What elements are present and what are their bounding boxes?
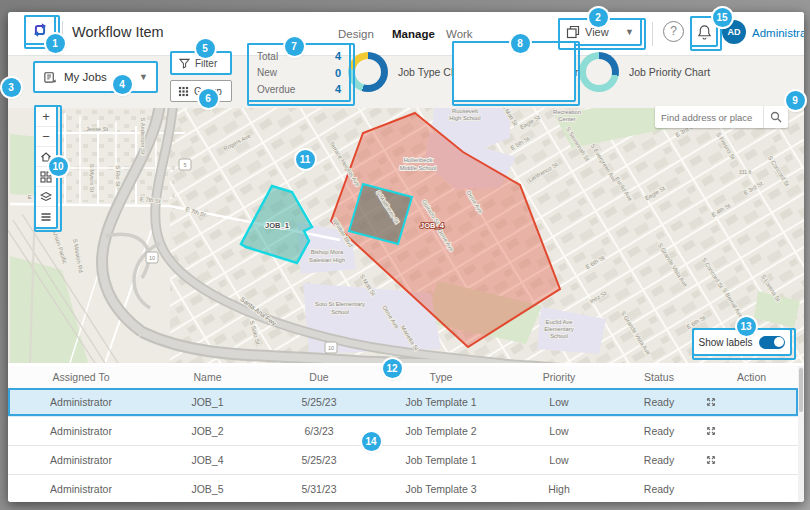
scrollbar-thumb[interactable] (799, 368, 803, 412)
tab-work[interactable]: Work (446, 28, 473, 40)
jobs-dropdown[interactable]: My Jobs ▼ (33, 61, 158, 93)
notifications-button[interactable] (690, 16, 718, 47)
zoom-to-button[interactable] (705, 425, 798, 437)
funnel-icon (179, 58, 190, 69)
app-window: Workflow Item Design Manage Work View ▼ … (8, 12, 804, 502)
cell-assigned-to: Administrator (8, 483, 154, 495)
column-header[interactable]: Assigned To (8, 371, 154, 383)
column-header[interactable]: Name (154, 371, 261, 383)
tab-manage[interactable]: Manage (392, 28, 435, 40)
highway-shield-number: 5 (183, 162, 186, 168)
map-street-label: S Anderson St (140, 117, 146, 154)
map-street-label: Center (558, 116, 575, 122)
map-street-label: High School (449, 115, 480, 121)
table-row[interactable]: AdministratorJOB_26/3/23Job Template 2Lo… (8, 417, 798, 446)
group-label: Group (194, 86, 222, 97)
column-header[interactable]: Due (261, 371, 377, 383)
cell-type: Job Template 1 (377, 396, 505, 408)
column-header[interactable]: Priority (505, 371, 613, 383)
legend-button[interactable] (36, 207, 56, 227)
tab-design[interactable]: Design (338, 28, 374, 40)
user-name[interactable]: Administrator (752, 27, 804, 39)
search-button[interactable] (763, 106, 788, 128)
cell-action (705, 396, 798, 408)
map-toolbar: + − (34, 105, 58, 229)
stat-label: New (257, 67, 277, 78)
zoom-to-icon (705, 396, 717, 408)
highway-shield-number: 10 (149, 255, 155, 261)
zoom-out-button[interactable]: − (36, 127, 56, 147)
view-label: View (585, 26, 620, 38)
layers-copy-icon (566, 25, 580, 39)
basemap-button[interactable] (36, 167, 56, 187)
column-header[interactable]: Status (613, 371, 705, 383)
zoom-to-button[interactable] (705, 396, 798, 408)
cell-status: Ready (613, 454, 705, 466)
filter-button[interactable]: Filter (170, 51, 232, 75)
avatar[interactable]: AD (722, 20, 746, 44)
table-row[interactable]: AdministratorJOB_45/25/23Job Template 1L… (8, 446, 798, 475)
cell-name: JOB_5 (154, 483, 261, 495)
cell-assigned-to: Administrator (8, 454, 154, 466)
map[interactable]: 51010 Jesse StS Anderson StS Myers StS R… (8, 108, 804, 363)
workflow-logo[interactable] (24, 15, 56, 45)
job-type-chart[interactable]: Job Type Chart (348, 52, 469, 92)
show-labels-label: Show labels (699, 337, 753, 348)
map-search-input[interactable] (655, 112, 763, 123)
help-button[interactable]: ? (663, 21, 684, 42)
group-grid-icon (178, 86, 189, 97)
job-priority-chart[interactable]: Job Priority Chart (579, 52, 710, 92)
layers-icon (40, 191, 52, 203)
map-street-label: School (550, 333, 568, 339)
group-button[interactable]: Group (170, 80, 232, 102)
cell-due: 6/3/23 (261, 425, 377, 437)
stat-value: 4 (335, 50, 341, 62)
job-type-donut (348, 52, 388, 92)
stat-label: Total (257, 51, 278, 62)
job-polygon-label: JOB_4 (420, 221, 445, 230)
map-street-label: S Myers St (89, 164, 95, 193)
bell-icon (697, 24, 712, 40)
table-scrollbar[interactable] (798, 366, 804, 502)
cell-assigned-to: Administrator (8, 396, 154, 408)
table-row[interactable]: AdministratorJOB_15/25/23Job Template 1L… (8, 388, 798, 417)
table-header-row: Assigned ToNameDueTypePriorityStatusActi… (8, 366, 798, 388)
divider (62, 21, 63, 47)
show-labels-control: Show labels (692, 328, 792, 356)
search-icon (770, 111, 782, 123)
cell-action (705, 454, 798, 466)
column-header[interactable]: Action (705, 371, 798, 383)
column-header[interactable]: Type (377, 371, 505, 383)
map-street-label: Bishop Mora (311, 249, 344, 255)
cell-action (705, 425, 798, 437)
map-search (655, 106, 788, 128)
table-row[interactable]: AdministratorJOB_55/31/23Job Template 3H… (8, 475, 798, 502)
toggle-knob (774, 337, 784, 347)
cell-due: 5/25/23 (261, 454, 377, 466)
jobs-icon (43, 70, 57, 84)
stat-value: 0 (335, 67, 341, 79)
divider (652, 22, 653, 46)
home-button[interactable] (36, 147, 56, 167)
map-street-label: Roosevelt (452, 108, 478, 114)
map-street-label: Soto St Elementary (315, 301, 365, 307)
map-street-label: Salesian High (309, 257, 345, 263)
stat-value: 4 (335, 83, 341, 95)
map-canvas[interactable]: 51010 Jesse StS Anderson StS Myers StS R… (8, 108, 804, 363)
cell-due: 5/31/23 (261, 483, 377, 495)
cell-name: JOB_1 (154, 396, 261, 408)
job-status-chart-box (452, 41, 576, 102)
cell-assigned-to: Administrator (8, 425, 154, 437)
stat-row: Overdue 4 (257, 83, 341, 95)
zoom-to-button[interactable] (705, 454, 798, 466)
cell-status: Ready (613, 425, 705, 437)
cell-type: Job Template 1 (377, 454, 505, 466)
zoom-in-button[interactable]: + (36, 107, 56, 127)
show-labels-toggle[interactable] (759, 336, 785, 349)
map-street-label: Jesse St (86, 126, 109, 132)
cell-status: Ready (613, 396, 705, 408)
layers-button[interactable] (36, 187, 56, 207)
stat-row: Total 4 (257, 50, 341, 62)
cell-type: Job Template 2 (377, 425, 505, 437)
stat-label: Overdue (257, 84, 295, 95)
